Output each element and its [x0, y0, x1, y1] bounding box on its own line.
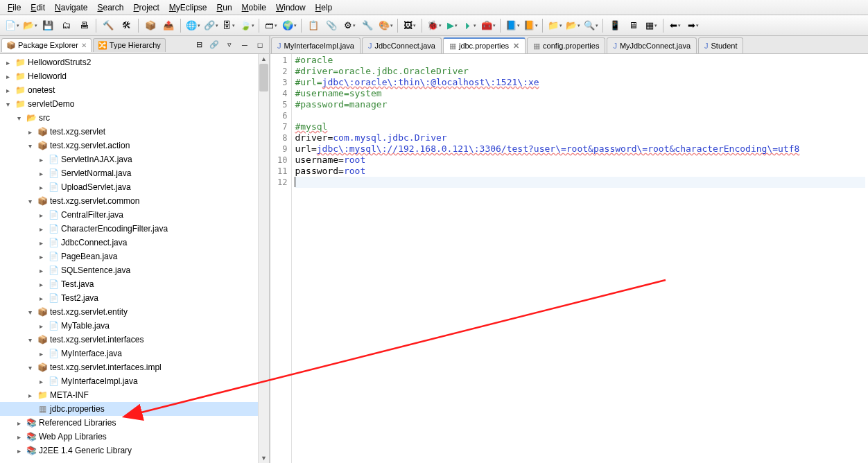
toolbar-btn-c[interactable]: 📋 — [306, 18, 321, 33]
twisty-icon[interactable] — [14, 433, 24, 441]
tree-node[interactable]: 📄Test2.java — [0, 291, 269, 305]
sidebar-tab-package-explorer[interactable]: 📦Package Explorer✕ — [1, 38, 92, 52]
close-icon[interactable]: ✕ — [513, 42, 519, 51]
tree-node[interactable]: 📁META-INF — [0, 388, 269, 402]
toolbar-btn-b[interactable]: 🌍 — [281, 18, 297, 33]
menu-navigate[interactable]: Navigate — [50, 1, 92, 14]
tree-node[interactable]: 📄UploadServlet.java — [0, 180, 269, 194]
external-button[interactable]: 🧰 — [480, 18, 496, 33]
tree-node[interactable]: 📄CharacterEncodingFilter.java — [0, 222, 269, 236]
tree-node[interactable]: 📦test.xzg.servlet.interfaces — [0, 333, 269, 347]
tree-node[interactable]: 📁servletDemo — [0, 97, 269, 111]
twisty-icon[interactable] — [36, 253, 46, 261]
tree-node[interactable]: 📄MyTable.java — [0, 319, 269, 333]
tree-node[interactable]: 📄Test.java — [0, 277, 269, 291]
twisty-icon[interactable] — [3, 101, 12, 108]
new-class-button[interactable]: 📘 — [505, 18, 520, 33]
save-all-button[interactable]: 🗂 — [58, 18, 73, 33]
tree-node[interactable]: 📦test.xzg.servlet.action — [0, 139, 269, 152]
twisty-icon[interactable] — [25, 336, 35, 344]
tree-node[interactable]: 📄MyInterfaceImpl.java — [0, 374, 269, 388]
code-line[interactable]: #mysql — [295, 121, 865, 132]
editor-tab[interactable]: ▦jdbc.properties✕ — [443, 37, 526, 53]
twisty-icon[interactable] — [25, 198, 35, 205]
twisty-icon[interactable] — [14, 114, 24, 122]
code-line[interactable]: username=root — [295, 155, 865, 166]
back-button[interactable]: ⬅ — [668, 18, 683, 33]
collapse-all-icon[interactable]: ⊟ — [193, 39, 205, 51]
twisty-icon[interactable] — [25, 128, 35, 136]
twisty-icon[interactable] — [36, 170, 46, 177]
db-button[interactable]: 🗄 — [221, 18, 236, 33]
tree-node[interactable]: 📚Referenced Libraries — [0, 416, 269, 430]
debug-button[interactable]: 🐞 — [426, 18, 442, 33]
twisty-icon[interactable] — [25, 308, 35, 316]
tree-node[interactable]: 📦test.xzg.servlet.interfaces.impl — [0, 360, 269, 374]
twisty-icon[interactable] — [36, 350, 46, 358]
tree-node[interactable]: 📄JdbcConnect.java — [0, 236, 269, 250]
tree-node[interactable]: 📁onetest — [0, 83, 269, 97]
close-icon[interactable]: ✕ — [81, 42, 87, 49]
editor-tab[interactable]: JStudent — [698, 37, 743, 53]
code-line[interactable]: #url=jdbc\:oracle\:thin\:@localhost\:152… — [295, 77, 865, 88]
tree-node[interactable]: 📚J2EE 1.4 Generic Library — [0, 444, 269, 457]
toolbar-btn-g[interactable]: 🎨 — [378, 18, 393, 33]
menu-file[interactable]: File — [3, 1, 26, 14]
editor-tab[interactable]: ▦config.properties — [527, 37, 605, 53]
toolbar-btn-k[interactable]: 🔍 — [583, 18, 598, 33]
code-line[interactable]: #password=manager — [295, 99, 865, 110]
twisty-icon[interactable] — [36, 322, 46, 330]
twisty-icon[interactable] — [36, 281, 46, 288]
link-editor-icon[interactable]: 🔗 — [208, 39, 220, 51]
twisty-icon[interactable] — [36, 225, 46, 233]
editor-tab[interactable]: JJdbcConnect.java — [362, 37, 442, 53]
menu-help[interactable]: Help — [311, 1, 338, 14]
twisty-icon[interactable] — [14, 447, 24, 455]
run-last-button[interactable]: ⏵ — [462, 18, 478, 33]
toolbar-btn-e[interactable]: ⚙ — [342, 18, 357, 33]
save-button[interactable]: 💾 — [40, 18, 55, 33]
run-button[interactable]: ▶ — [444, 18, 460, 33]
toolbar-btn-j[interactable]: 📂 — [565, 18, 580, 33]
new-pkg-button[interactable]: 📙 — [523, 18, 538, 33]
sidebar-scrollbar[interactable]: ▲ ▼ — [258, 54, 269, 463]
tree-node[interactable]: 📦test.xzg.servlet.entity — [0, 305, 269, 319]
editor-tab[interactable]: JMyInterfaceImpl.java — [271, 37, 361, 53]
menu-run[interactable]: Run — [212, 1, 237, 14]
tree-node[interactable]: 📄SQLSentence.java — [0, 263, 269, 277]
twisty-icon[interactable] — [25, 364, 35, 372]
build-button[interactable]: 🔨 — [101, 18, 116, 33]
tree-node[interactable]: 📄MyInterface.java — [0, 347, 269, 360]
package-button[interactable]: 📦 — [143, 18, 158, 33]
minimize-icon[interactable]: ─ — [238, 39, 251, 51]
view-menu-icon[interactable]: ▿ — [223, 39, 236, 51]
twisty-icon[interactable] — [36, 378, 46, 385]
menu-search[interactable]: Search — [92, 1, 128, 14]
code-line[interactable]: password=root — [295, 166, 865, 177]
twisty-icon[interactable] — [3, 87, 12, 94]
tree-node[interactable]: 📄ServletNormal.java — [0, 166, 269, 180]
toolbar-btn-i[interactable]: 📁 — [547, 18, 562, 33]
spring-button[interactable]: 🍃 — [239, 18, 254, 33]
code-line[interactable]: #oracle — [295, 55, 865, 66]
twisty-icon[interactable] — [25, 392, 35, 399]
twisty-icon[interactable] — [25, 142, 35, 150]
code-line[interactable]: driver=com.mysql.jdbc.Driver — [295, 132, 865, 143]
menu-window[interactable]: Window — [271, 1, 311, 14]
twisty-icon[interactable] — [36, 211, 46, 219]
menu-myeclipse[interactable]: MyEclipse — [164, 1, 212, 14]
forward-button[interactable]: ➡ — [686, 18, 701, 33]
twisty-icon[interactable] — [36, 156, 46, 164]
tree-node[interactable]: ▦jdbc.properties — [0, 402, 269, 416]
twisty-icon[interactable] — [36, 295, 46, 302]
menu-edit[interactable]: Edit — [26, 1, 50, 14]
editor-tab[interactable]: JMyJdbcConnect.java — [607, 37, 697, 53]
twisty-icon[interactable] — [36, 267, 46, 274]
scroll-up-icon[interactable]: ▲ — [259, 54, 269, 64]
tree-node[interactable]: 📁Helloworld — [0, 69, 269, 83]
code-line[interactable] — [295, 177, 865, 188]
tree-node[interactable]: 📚Web App Libraries — [0, 430, 269, 444]
toolbar-btn-h[interactable]: 🖼 — [402, 18, 417, 33]
sidebar-tab-type-hierarchy[interactable]: 🔀Type Hierarchy — [93, 38, 166, 52]
tree-node[interactable]: 📂src — [0, 111, 269, 125]
